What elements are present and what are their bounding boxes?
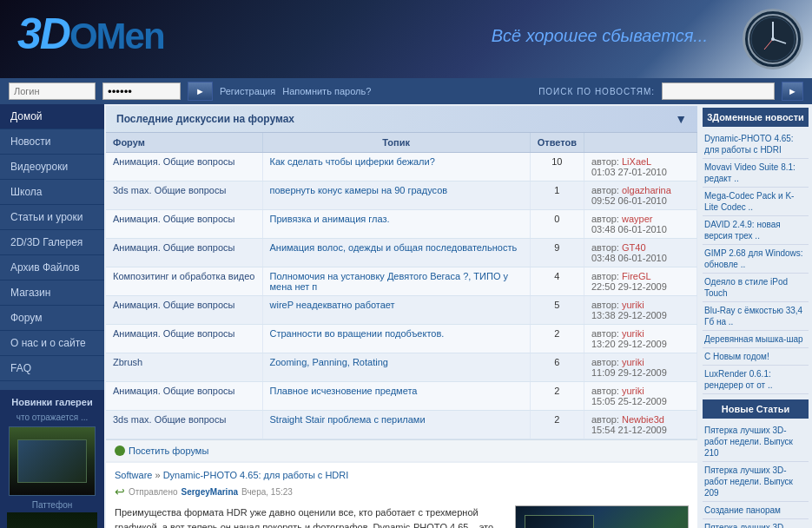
- forum-topic-link[interactable]: Zooming, Panning, Rotating: [270, 357, 388, 367]
- forum-topic-link[interactable]: Как сделать чтобы циферки бежали?: [270, 156, 435, 167]
- sidebar-item-news[interactable]: Новости: [0, 129, 104, 155]
- sidebar-item-video[interactable]: Видеоуроки: [0, 155, 104, 180]
- post-breadcrumb: Software » Dynamic-PHOTO 4.65: для работ…: [115, 470, 689, 480]
- right-news-item[interactable]: С Новым годом!: [703, 348, 809, 366]
- forum-topic-link[interactable]: Плавное исчезновение предмета: [270, 386, 418, 396]
- forum-author-link[interactable]: Newbie3d: [622, 414, 664, 425]
- forum-category-cell: Анимация. Общие вопросы: [106, 239, 262, 267]
- gallery-thumb2[interactable]: [7, 512, 97, 528]
- forum-topic-cell: Анимация волос, одежды и общая последова…: [262, 239, 530, 267]
- forum-topic-link[interactable]: wireP неадекватно работает: [270, 300, 395, 310]
- forum-author-link[interactable]: yuriki: [622, 300, 644, 310]
- forum-author-link[interactable]: olgazharina: [622, 185, 671, 195]
- forum-category-cell: Композитинг и обработка видео: [106, 267, 262, 296]
- forum-category-cell: Анимация. Общие вопросы: [106, 210, 262, 239]
- table-row: 3ds max. Общие вопросы Straight Stair пр…: [106, 411, 697, 439]
- forum-category-cell: Zbrush: [106, 353, 262, 382]
- site-logo[interactable]: 3DOMen: [17, 9, 164, 59]
- password-input[interactable]: [102, 82, 181, 100]
- breadcrumb-title-link[interactable]: Dynamic-PHOTO 4.65: для работы с HDRI: [163, 470, 349, 480]
- search-input[interactable]: [662, 82, 775, 100]
- sidebar-item-school[interactable]: Школа: [0, 180, 104, 205]
- forum-author-link[interactable]: FireGL: [622, 271, 651, 281]
- forum-topic-link[interactable]: Странности во вращении подобъектов.: [270, 328, 445, 339]
- forum-replies-cell: 9: [530, 239, 584, 267]
- post-author[interactable]: SergeyMarina: [181, 487, 238, 497]
- forum-category-cell: Анимация. Общие вопросы: [106, 382, 262, 411]
- forum-topic-link[interactable]: повернуть конус камеры на 90 градусов: [270, 185, 448, 195]
- enter-button[interactable]: ►: [188, 82, 213, 101]
- forum-topic-link[interactable]: Полномочия на установку Девятого Вегаса …: [270, 271, 509, 292]
- right-article-item[interactable]: Создание панорам: [703, 502, 809, 519]
- forum-topic-cell: повернуть конус камеры на 90 градусов: [262, 182, 530, 210]
- forum-category-cell: 3ds max. Общие вопросы: [106, 411, 262, 439]
- forum-replies-cell: 0: [530, 210, 584, 239]
- forum-meta-cell: автор: GT4003:48 06-01-2010: [584, 239, 697, 267]
- forum-replies-cell: 2: [530, 325, 584, 353]
- forum-topic-cell: Straight Stair проблема с перилами: [262, 411, 530, 439]
- table-row: Анимация. Общие вопросы Плавное исчезнов…: [106, 382, 697, 411]
- forum-topic-link[interactable]: Анимация волос, одежды и общая последова…: [270, 242, 518, 253]
- sidebar-item-shop[interactable]: Магазин: [0, 280, 104, 306]
- sidebar-item-faq[interactable]: FAQ: [0, 356, 104, 381]
- forum-author-link[interactable]: GT40: [622, 242, 646, 253]
- post-image: 3DOMEN.COM: [515, 505, 689, 528]
- sidebar-item-forum[interactable]: Форум: [0, 306, 104, 331]
- forum-replies-cell: 5: [530, 296, 584, 325]
- table-row: Анимация. Общие вопросы Привязка и анима…: [106, 210, 697, 239]
- right-news-item[interactable]: DAVID 2.4.9: новая версия трех ..: [703, 216, 809, 245]
- forum-col-forum: Форум: [106, 133, 262, 153]
- forum-author-link[interactable]: LiXaeL: [622, 156, 651, 167]
- breadcrumb-home-link[interactable]: Software: [115, 470, 152, 480]
- sidebar-item-home[interactable]: Домой: [0, 104, 104, 129]
- sidebar-item-about[interactable]: О нас и о сайте: [0, 331, 104, 356]
- register-link[interactable]: Регистрация: [220, 86, 275, 96]
- right-news-item[interactable]: Mega-Codec Pack и K-Lite Codec ..: [703, 188, 809, 216]
- table-row: Композитинг и обработка видео Полномочия…: [106, 267, 697, 296]
- forum-col-topic: Топик: [262, 133, 530, 153]
- post-meta: ↩ Отправлено SergeyMarina Вчера, 15:23: [115, 485, 689, 498]
- login-input[interactable]: [9, 82, 96, 100]
- right-news-list: Dynamic-PHOTO 4.65: для работы с HDRIMov…: [703, 130, 809, 394]
- forum-topic-cell: Zooming, Panning, Rotating: [262, 353, 530, 382]
- visit-forums-link[interactable]: Посетить форумы: [115, 446, 689, 456]
- right-news-item[interactable]: Movavi Video Suite 8.1: редакт ..: [703, 159, 809, 188]
- forum-meta-cell: автор: Newbie3d15:54 21-12-2009: [584, 411, 697, 439]
- remind-password-link[interactable]: Напомнить пароль?: [282, 86, 371, 96]
- right-article-item[interactable]: Пятерка лучших 3D-работ недели. Выпуск 2…: [703, 462, 809, 502]
- gallery-title: Новинки галереи: [7, 397, 97, 407]
- sidebar-item-gallery[interactable]: 2D/3D Галерея: [0, 230, 104, 255]
- forum-author-link[interactable]: yuriki: [622, 328, 644, 339]
- forum-meta-cell: автор: FireGL22:50 29-12-2009: [584, 267, 697, 296]
- forum-section-header[interactable]: Последние дискуссии на форумах ▼: [106, 106, 697, 133]
- forum-topic-cell: Как сделать чтобы циферки бежали?: [262, 153, 530, 182]
- sidebar-item-files[interactable]: Архив Файлов: [0, 255, 104, 280]
- sidebar-item-articles[interactable]: Статьи и уроки: [0, 205, 104, 230]
- right-sidebar: 3Доменные новости Dynamic-PHOTO 4.65: дл…: [699, 104, 812, 528]
- table-row: Анимация. Общие вопросы Анимация волос, …: [106, 239, 697, 267]
- forum-replies-cell: 6: [530, 353, 584, 382]
- forum-author-link[interactable]: wayper: [622, 214, 652, 224]
- forum-topic-link[interactable]: Straight Stair проблема с перилами: [270, 414, 426, 425]
- forum-topic-link[interactable]: Привязка и анимация глаз.: [270, 214, 390, 224]
- right-article-item[interactable]: Пятерка лучших 3D-работ недели.: [703, 519, 809, 528]
- right-news-item[interactable]: Dynamic-PHOTO 4.65: для работы с HDRI: [703, 130, 809, 159]
- gallery-thumbnail[interactable]: [9, 426, 96, 496]
- forum-author-link[interactable]: yuriki: [622, 386, 644, 396]
- visit-forums-label: Посетить форумы: [129, 446, 208, 456]
- forum-col-meta: [584, 133, 697, 153]
- right-news-item[interactable]: GIMP 2.68 для Windows: обновле ..: [703, 245, 809, 274]
- search-button[interactable]: ►: [782, 82, 803, 101]
- logo-3: 3: [17, 10, 40, 58]
- table-row: 3ds max. Общие вопросы повернуть конус к…: [106, 182, 697, 210]
- right-news-item[interactable]: LuxRender 0.6.1: рендерер от от ..: [703, 366, 809, 394]
- forum-collapse-icon[interactable]: ▼: [675, 112, 687, 126]
- forum-meta-cell: автор: olgazharina09:52 06-01-2010: [584, 182, 697, 210]
- right-news-item[interactable]: Blu-Ray с ёмкостью 33,4 Гб на ..: [703, 302, 809, 331]
- forum-author-link[interactable]: yuriki: [622, 357, 644, 367]
- right-news-item[interactable]: Одеяло в стиле iPod Touch: [703, 274, 809, 302]
- right-article-item[interactable]: Пятерка лучших 3D-работ недели. Выпуск 2…: [703, 422, 809, 462]
- gallery-section: Новинки галереи что отражается ... Патте…: [0, 390, 104, 528]
- right-news-item[interactable]: Деревянная мышка-шар: [703, 331, 809, 348]
- forum-meta-cell: автор: yuriki11:09 29-12-2009: [584, 353, 697, 382]
